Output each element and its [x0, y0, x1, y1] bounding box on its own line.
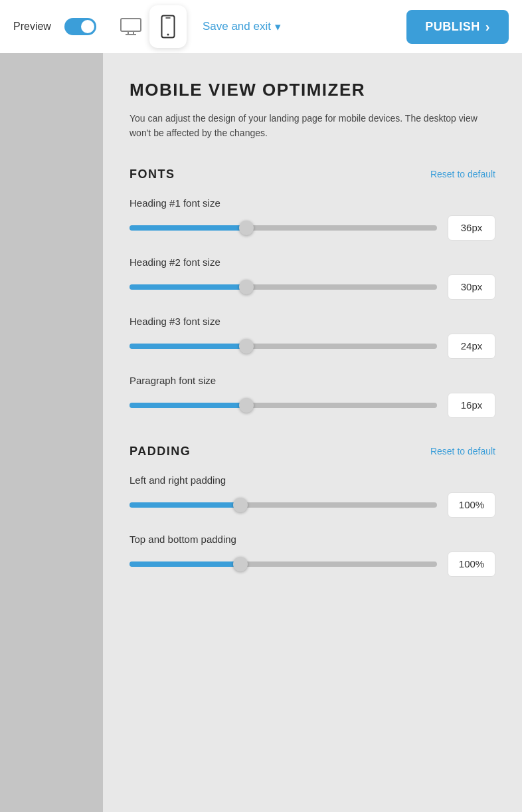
svg-point-5 [167, 34, 169, 36]
desktop-icon [120, 18, 141, 35]
lr-padding-label: Left and right padding [130, 474, 495, 486]
lr-padding-value: 100% [448, 492, 495, 518]
svg-rect-0 [121, 19, 141, 31]
device-icon-group [115, 5, 187, 48]
heading1-thumb[interactable] [239, 221, 254, 235]
save-exit-button[interactable]: Save and exit ▾ [203, 20, 281, 34]
heading1-fill [130, 225, 246, 231]
heading2-track [130, 284, 437, 290]
heading2-thumb[interactable] [239, 280, 254, 294]
paragraph-slider-control: 16px [130, 393, 495, 418]
heading1-track-container [130, 221, 437, 235]
mobile-icon [161, 15, 175, 39]
content-panel: MOBILE VIEW OPTIMIZER You can adjust the… [103, 53, 522, 812]
heading2-value: 30px [448, 274, 495, 300]
save-exit-label: Save and exit [203, 20, 271, 33]
padding-section-title: PADDING [130, 445, 191, 458]
heading2-track-container [130, 280, 437, 294]
tb-padding-value: 100% [448, 552, 495, 577]
lr-padding-fill [130, 502, 240, 508]
heading2-label: Heading #2 font size [130, 256, 495, 268]
lr-padding-slider-control: 100% [130, 492, 495, 518]
heading1-label: Heading #1 font size [130, 197, 495, 209]
lr-padding-track-container [130, 498, 437, 512]
sidebar [0, 53, 103, 812]
tb-padding-track [130, 561, 437, 567]
padding-section-header: PADDING Reset to default [130, 445, 495, 458]
lr-padding-thumb[interactable] [233, 498, 248, 512]
fonts-section-title: FONTS [130, 167, 175, 181]
heading2-slider-control: 30px [130, 274, 495, 300]
publish-button[interactable]: PUBLISH › [406, 10, 509, 44]
paragraph-value: 16px [448, 393, 495, 418]
paragraph-slider-row: Paragraph font size 16px [130, 375, 495, 418]
tb-padding-label: Top and bottom padding [130, 534, 495, 545]
paragraph-track [130, 403, 437, 408]
preview-toggle[interactable] [64, 18, 96, 35]
heading1-slider-row: Heading #1 font size 36px [130, 197, 495, 241]
tb-padding-track-container [130, 558, 437, 571]
heading3-slider-control: 24px [130, 334, 495, 359]
publish-label: PUBLISH [425, 20, 480, 34]
heading3-track [130, 344, 437, 349]
chevron-down-icon: ▾ [275, 20, 281, 34]
tb-padding-thumb[interactable] [233, 557, 248, 571]
tb-padding-slider-row: Top and bottom padding 100% [130, 534, 495, 577]
heading3-value: 24px [448, 334, 495, 359]
page-description: You can adjust the design of your landin… [130, 111, 495, 141]
mobile-view-button[interactable] [149, 5, 187, 48]
tb-padding-fill [130, 561, 240, 567]
heading1-value: 36px [448, 215, 495, 241]
heading2-slider-row: Heading #2 font size 30px [130, 256, 495, 300]
heading3-fill [130, 344, 246, 349]
heading3-slider-row: Heading #3 font size 24px [130, 316, 495, 359]
heading3-track-container [130, 340, 437, 353]
padding-section: PADDING Reset to default Left and right … [130, 445, 495, 577]
heading3-label: Heading #3 font size [130, 316, 495, 327]
fonts-section: FONTS Reset to default Heading #1 font s… [130, 167, 495, 418]
paragraph-label: Paragraph font size [130, 375, 495, 386]
heading1-slider-control: 36px [130, 215, 495, 241]
desktop-view-button[interactable] [115, 11, 147, 43]
padding-reset-button[interactable]: Reset to default [430, 446, 495, 457]
heading3-thumb[interactable] [239, 339, 254, 354]
fonts-section-header: FONTS Reset to default [130, 167, 495, 181]
heading1-track [130, 225, 437, 231]
navbar: Preview Save and exit ▾ PUBLISH › [0, 0, 522, 53]
publish-arrow-icon: › [485, 19, 490, 35]
lr-padding-slider-row: Left and right padding 100% [130, 474, 495, 518]
page-title: MOBILE VIEW OPTIMIZER [130, 80, 495, 100]
heading2-fill [130, 284, 246, 290]
lr-padding-track [130, 502, 437, 508]
paragraph-fill [130, 403, 246, 408]
preview-label: Preview [13, 21, 51, 33]
paragraph-thumb[interactable] [239, 398, 254, 413]
tb-padding-slider-control: 100% [130, 552, 495, 577]
paragraph-track-container [130, 399, 437, 412]
fonts-reset-button[interactable]: Reset to default [430, 169, 495, 179]
